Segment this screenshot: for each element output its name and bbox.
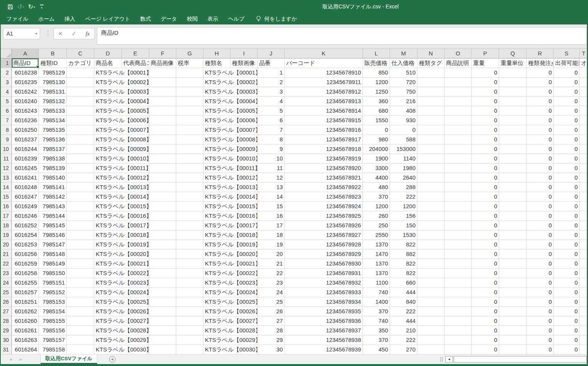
cell-P26[interactable]: 0 bbox=[472, 297, 499, 307]
cell-Q17[interactable] bbox=[499, 211, 527, 221]
tab-help[interactable]: ヘルプ bbox=[223, 14, 250, 24]
cell-H15[interactable]: KTSラベル【00014】 bbox=[203, 192, 258, 202]
cell-B11[interactable]: 7985138 bbox=[39, 154, 67, 164]
row-header-21[interactable]: 21 bbox=[1, 249, 12, 259]
cell-R29[interactable]: 0 bbox=[527, 326, 554, 335]
cell-A1[interactable]: 商品ID bbox=[12, 58, 39, 68]
cell-A31[interactable]: 6016264 bbox=[12, 345, 39, 355]
cell-M12[interactable]: 1980 bbox=[390, 164, 417, 173]
cell-D12[interactable]: KTSラベル【00011】 bbox=[94, 164, 149, 173]
cell-Q12[interactable] bbox=[499, 164, 527, 173]
cell-L16[interactable]: 1200 bbox=[363, 202, 390, 211]
cell-M28[interactable]: 444 bbox=[390, 316, 417, 326]
cell-D30[interactable]: KTSラベル【00029】 bbox=[94, 335, 149, 345]
cell-F20[interactable] bbox=[149, 240, 176, 249]
cell-D31[interactable]: KTSラベル【00030】 bbox=[94, 345, 149, 355]
cell-Q25[interactable] bbox=[499, 288, 527, 297]
cell-O7[interactable] bbox=[445, 116, 472, 125]
cell-A23[interactable]: 6016258 bbox=[12, 269, 39, 278]
cell-M20[interactable]: 822 bbox=[390, 240, 417, 249]
column-header-K[interactable]: K bbox=[285, 49, 363, 58]
cell-G19[interactable] bbox=[176, 230, 203, 240]
cell-M23[interactable]: 822 bbox=[390, 269, 417, 278]
cell-R15[interactable]: 0 bbox=[527, 192, 554, 202]
cell-M2[interactable]: 510 bbox=[390, 68, 417, 78]
row-header-23[interactable]: 23 bbox=[1, 269, 12, 278]
cell-T11[interactable] bbox=[580, 154, 587, 164]
cell-O29[interactable] bbox=[445, 326, 472, 335]
cell-G13[interactable] bbox=[176, 173, 203, 183]
cell-A15[interactable]: 6016247 bbox=[12, 192, 39, 202]
cell-G8[interactable] bbox=[176, 125, 203, 135]
cell-A3[interactable]: 6016235 bbox=[12, 78, 39, 87]
cell-O18[interactable] bbox=[445, 221, 472, 230]
cell-A17[interactable]: 6016246 bbox=[12, 211, 39, 221]
cell-F16[interactable] bbox=[149, 202, 176, 211]
cell-B13[interactable]: 7985140 bbox=[39, 173, 67, 183]
cell-F9[interactable] bbox=[149, 135, 176, 144]
cell-R22[interactable]: 0 bbox=[527, 259, 554, 269]
row-header-15[interactable]: 15 bbox=[1, 192, 12, 202]
cell-N8[interactable] bbox=[417, 125, 445, 135]
cell-M1[interactable]: 仕入価格 bbox=[390, 58, 417, 68]
cell-S22[interactable]: 0 bbox=[554, 259, 580, 269]
cell-G30[interactable] bbox=[176, 335, 203, 345]
cell-P12[interactable]: 0 bbox=[472, 164, 499, 173]
cell-B10[interactable]: 7985137 bbox=[39, 144, 67, 154]
cell-L9[interactable]: 980 bbox=[363, 135, 390, 144]
column-header-T[interactable]: T bbox=[580, 49, 587, 58]
cell-P14[interactable]: 0 bbox=[472, 183, 499, 192]
cell-O10[interactable] bbox=[445, 144, 472, 154]
cell-S6[interactable]: 0 bbox=[554, 106, 580, 116]
cell-M17[interactable]: 156 bbox=[390, 211, 417, 221]
cell-N31[interactable] bbox=[417, 345, 445, 355]
cell-M21[interactable]: 882 bbox=[390, 249, 417, 259]
cell-Q1[interactable]: 重量単位 bbox=[499, 58, 527, 68]
name-box-caret-icon[interactable]: ▾ bbox=[33, 32, 40, 36]
cell-J21[interactable]: 20 bbox=[258, 249, 285, 259]
cell-S8[interactable]: 0 bbox=[554, 125, 580, 135]
cell-F8[interactable] bbox=[149, 125, 176, 135]
cell-A27[interactable]: 6016262 bbox=[12, 307, 39, 316]
cell-J28[interactable]: 27 bbox=[258, 316, 285, 326]
cell-B5[interactable]: 7985132 bbox=[39, 97, 67, 106]
cell-P28[interactable]: 0 bbox=[472, 316, 499, 326]
cell-O25[interactable] bbox=[445, 288, 472, 297]
cell-S15[interactable]: 0 bbox=[554, 192, 580, 202]
tab-insert[interactable]: 挿入 bbox=[60, 14, 80, 24]
cell-D24[interactable]: KTSラベル【00023】 bbox=[94, 278, 149, 288]
cell-R3[interactable]: 0 bbox=[527, 78, 554, 87]
cell-M14[interactable]: 288 bbox=[390, 183, 417, 192]
cell-M13[interactable]: 2640 bbox=[390, 173, 417, 183]
cell-G9[interactable] bbox=[176, 135, 203, 144]
cell-H20[interactable]: KTSラベル【00019】 bbox=[203, 240, 258, 249]
cell-G25[interactable] bbox=[176, 288, 203, 297]
cell-O13[interactable] bbox=[445, 173, 472, 183]
cell-A24[interactable]: 6016255 bbox=[12, 278, 39, 288]
cell-O1[interactable]: 商品説明 bbox=[445, 58, 472, 68]
cell-F19[interactable] bbox=[149, 230, 176, 240]
cell-J14[interactable]: 13 bbox=[258, 183, 285, 192]
cell-K23[interactable]: 12345678931 bbox=[285, 269, 363, 278]
cell-R13[interactable]: 0 bbox=[527, 173, 554, 183]
cell-T1[interactable]: オ bbox=[580, 58, 587, 68]
save-button[interactable] bbox=[6, 3, 14, 11]
cell-C8[interactable] bbox=[67, 125, 94, 135]
cell-P25[interactable]: 0 bbox=[472, 288, 499, 297]
cell-A7[interactable]: 6016236 bbox=[12, 116, 39, 125]
cell-F17[interactable] bbox=[149, 211, 176, 221]
cell-N21[interactable] bbox=[417, 249, 445, 259]
cell-H25[interactable]: KTSラベル【00024】 bbox=[203, 288, 258, 297]
cell-P3[interactable]: 0 bbox=[472, 78, 499, 87]
row-header-31[interactable]: 31 bbox=[1, 345, 12, 355]
cell-F4[interactable] bbox=[149, 87, 176, 97]
cell-H22[interactable]: KTSラベル【00021】 bbox=[203, 259, 258, 269]
cell-C21[interactable] bbox=[67, 249, 94, 259]
cell-L28[interactable]: 740 bbox=[363, 316, 390, 326]
cell-T17[interactable] bbox=[580, 211, 587, 221]
cell-T4[interactable] bbox=[580, 87, 587, 97]
cell-G26[interactable] bbox=[176, 297, 203, 307]
cell-G2[interactable] bbox=[176, 68, 203, 78]
row-header-2[interactable]: 2 bbox=[1, 68, 12, 78]
cell-F26[interactable] bbox=[149, 297, 176, 307]
